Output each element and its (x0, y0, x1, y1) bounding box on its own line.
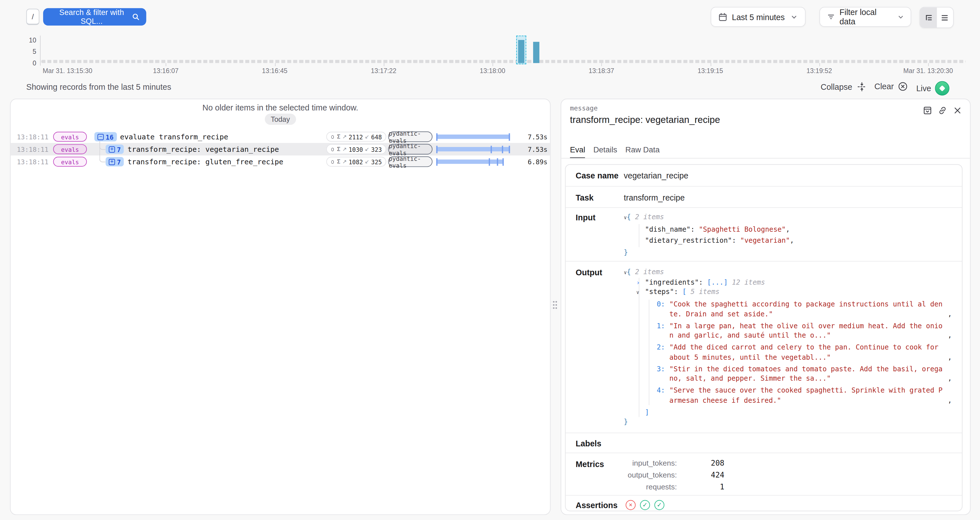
panel-resize-handle[interactable] (552, 300, 557, 310)
json-collapse-chevron[interactable]: ∨ (624, 270, 627, 275)
list-view-toggle[interactable] (937, 7, 953, 27)
output-row: Output ∨{ 2 items›"ingredients": [...] 1… (566, 261, 962, 433)
metrics-row: Metrics input_tokens:208output_tokens:42… (566, 453, 962, 495)
detail-tabs: EvalDetailsRaw Data (570, 146, 660, 159)
span-count-badge[interactable]: +7 (105, 157, 124, 166)
token-usage-pill: Σ ↗1082 ↙325 (326, 157, 387, 166)
json-line: ∨"steps": [ 5 items (645, 287, 952, 297)
filter-icon (827, 13, 835, 21)
span-count-badge[interactable]: −16 (94, 132, 117, 141)
collapse-button[interactable]: Collapse (821, 81, 867, 93)
metric-row: input_tokens:208 (624, 458, 724, 469)
time-range-label: Last 5 minutes (732, 12, 784, 22)
assertion-pass-icon[interactable]: ✓ (654, 500, 664, 510)
live-toggle[interactable]: Live (916, 81, 950, 96)
case-name-label: Case name (576, 171, 619, 181)
showing-records-text: Showing records from the last 5 minutes (26, 82, 171, 92)
search-button[interactable]: Search & filter with SQL... (43, 8, 146, 26)
detail-title: transform_recipe: vegetarian_recipe (570, 114, 720, 125)
x-axis-tick-label: 13:19:15 (698, 67, 723, 74)
clear-button[interactable]: Clear (875, 81, 908, 92)
histogram-bar[interactable] (533, 42, 539, 63)
x-axis-tick-label: Mar 31. 13:15:30 (43, 67, 92, 74)
span-count-badge[interactable]: +7 (105, 144, 124, 154)
json-array-item: 2:"Add the diced carrot and celery to th… (654, 343, 951, 362)
x-axis-tick (710, 63, 711, 66)
calendar-icon (718, 12, 727, 22)
x-axis-tick-label: 13:17:22 (371, 67, 396, 74)
tokens-icon (331, 146, 335, 153)
json-expand-chevron[interactable]: › (636, 277, 643, 287)
expand-toggle-icon: + (109, 159, 115, 165)
search-icon (132, 13, 140, 21)
clear-circle-x-icon (897, 81, 908, 92)
token-usage-pill: Σ ↗1030 ↙323 (326, 144, 387, 154)
json-array-item: 4:"Serve the sauce over the cooked spagh… (654, 386, 951, 405)
labels-row: Labels (566, 433, 962, 453)
x-axis-tick (819, 63, 820, 66)
histogram-bar[interactable] (519, 40, 525, 63)
input-json-viewer[interactable]: ∨{ 2 items"dish_name": "Spaghetti Bologn… (624, 212, 952, 258)
metrics-label: Metrics (576, 460, 604, 469)
trace-row[interactable]: 13:18:11 evals +7 transform_recipe: vege… (11, 143, 550, 155)
json-array-item: 0:"Cook the spaghetti according to packa… (654, 300, 951, 319)
tree-connector (99, 141, 105, 162)
x-axis-tick-label: 13:16:45 (262, 67, 288, 74)
output-tokens-arrow-icon: ↙ (365, 134, 369, 140)
x-axis-tick-label: 13:18:37 (589, 67, 614, 74)
today-badge[interactable]: Today (264, 114, 296, 125)
filter-local-data-dropdown[interactable]: Filter local data (819, 7, 912, 27)
archive-icon[interactable] (923, 105, 932, 115)
time-range-dropdown[interactable]: Last 5 minutes (711, 7, 806, 27)
sum-icon: Σ (337, 134, 340, 140)
record-kind-label: message (570, 104, 598, 112)
detail-panel: message transform_recipe (561, 98, 970, 515)
tab-details[interactable]: Details (593, 146, 617, 159)
json-line: "dish_name": "Spaghetti Bolognese", (645, 224, 952, 235)
input-label: Input (576, 213, 595, 222)
x-axis-tick (275, 63, 275, 66)
trace-row[interactable]: 13:18:11 evals +7 transform_recipe: glut… (11, 155, 550, 168)
copy-link-icon[interactable] (937, 105, 947, 115)
close-icon[interactable] (953, 105, 963, 115)
metric-value: 208 (677, 458, 724, 469)
output-json-viewer[interactable]: ∨{ 2 items›"ingredients": [...] 12 items… (624, 267, 952, 426)
service-badge: pydantic-evals (388, 156, 433, 167)
json-line: ] (645, 407, 952, 417)
json-collapse-chevron[interactable]: ∨ (636, 288, 643, 297)
json-collapse-chevron[interactable]: ∨ (624, 215, 627, 220)
timeline-histogram[interactable]: 1050Mar 31. 13:15:3013:16:0713:16:4513:1… (0, 33, 980, 78)
json-line: ∨{ 2 items (624, 212, 952, 224)
filter-label: Filter local data (840, 7, 892, 26)
row-timestamp: 13:18:11 (17, 158, 48, 165)
live-indicator-icon (935, 81, 950, 96)
y-axis-tick-label: 5 (22, 48, 36, 55)
input-row: Input ∨{ 2 items"dish_name": "Spaghetti … (566, 207, 962, 261)
x-axis-tick (928, 63, 929, 66)
metric-name: output_tokens: (624, 469, 677, 481)
y-axis-line (40, 36, 41, 66)
tokens-icon (331, 133, 335, 140)
trace-rows: 13:18:11 evals −16 evaluate transform_re… (11, 130, 550, 168)
json-line: "dietary_restriction": "vegetarian", (645, 235, 952, 247)
trace-row[interactable]: 13:18:11 evals −16 evaluate transform_re… (11, 130, 550, 143)
search-label: Search & filter with SQL... (51, 8, 132, 26)
json-line: } (624, 247, 952, 258)
assertion-pass-icon[interactable]: ✓ (640, 500, 650, 510)
assertion-fail-icon[interactable]: × (625, 500, 635, 510)
service-badge: pydantic-evals (388, 144, 433, 154)
assertions-row: Assertions ×✓✓ (566, 495, 962, 511)
expand-toggle-icon: − (97, 134, 104, 140)
list-view-icon (940, 13, 950, 22)
slash-shortcut-key: / (26, 9, 40, 25)
service-badge: pydantic-evals (388, 132, 433, 142)
duration-text: 7.53s (506, 146, 547, 153)
x-axis-tick-label: 13:19:52 (807, 67, 832, 74)
metric-name: requests: (624, 481, 677, 493)
x-axis-tick-label: 13:18:00 (480, 67, 505, 74)
tree-view-toggle[interactable] (920, 7, 936, 27)
tab-raw-data[interactable]: Raw Data (625, 146, 660, 159)
tab-eval[interactable]: Eval (570, 146, 585, 159)
app-window: / Search & filter with SQL... Last 5 min… (0, 0, 980, 520)
x-axis-tick (166, 63, 167, 66)
